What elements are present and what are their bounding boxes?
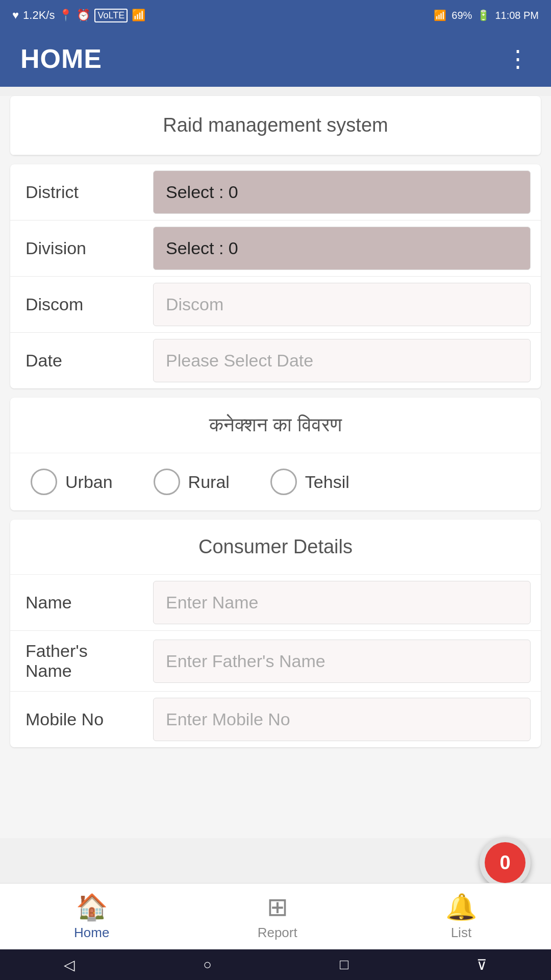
nav-home[interactable]: 🏠 Home (74, 892, 109, 941)
back-button[interactable]: ◁ (64, 957, 75, 973)
volte-icon: VoLTE (94, 9, 128, 22)
district-row: District (10, 164, 541, 220)
home-icon: 🏠 (76, 892, 108, 922)
division-label: Division (10, 228, 153, 268)
report-icon: ⊞ (267, 892, 288, 922)
nav-list-label: List (451, 925, 471, 941)
mobile-input[interactable] (153, 698, 531, 741)
father-name-label: Father's Name (10, 631, 153, 691)
connection-title: कनेक्शन का विवरण (10, 398, 541, 453)
consumer-section: Consumer Details Name Father's Name Mobi… (10, 520, 541, 747)
wifi-icon: 📶 (132, 9, 145, 22)
bell-icon: 🔔 (445, 892, 477, 922)
name-input[interactable] (153, 581, 531, 624)
heart-icon: ♥ (12, 9, 19, 22)
father-name-row: Father's Name (10, 631, 541, 692)
status-left: ♥ 1.2K/s 📍 ⏰ VoLTE 📶 (12, 9, 145, 22)
division-input[interactable] (153, 227, 531, 270)
status-bar: ♥ 1.2K/s 📍 ⏰ VoLTE 📶 📶 69% 🔋 11:08 PM (0, 0, 551, 31)
notification-fab[interactable]: 0 (480, 837, 531, 888)
name-row: Name (10, 575, 541, 631)
tehsil-radio[interactable]: Tehsil (270, 469, 349, 495)
nav-report-label: Report (258, 925, 297, 941)
main-content: Raid management system District Division… (0, 96, 551, 838)
battery-icon: 🔋 (477, 9, 490, 21)
rural-radio-label: Rural (188, 472, 230, 492)
notification-badge: 0 (485, 842, 525, 883)
mobile-row: Mobile No (10, 692, 541, 747)
bottom-nav: 🏠 Home ⊞ Report 🔔 List (0, 883, 551, 949)
division-row: Division (10, 220, 541, 277)
android-nav-bar: ◁ ○ □ ⊽ (0, 949, 551, 980)
date-label: Date (10, 340, 153, 381)
alarm-icon: ⏰ (77, 9, 90, 22)
system-title-card: Raid management system (10, 96, 541, 155)
home-button[interactable]: ○ (203, 957, 212, 973)
name-label: Name (10, 582, 153, 623)
speed-indicator: 1.2K/s (23, 9, 55, 22)
discom-input[interactable] (153, 283, 531, 326)
tehsil-radio-circle (270, 469, 297, 495)
connection-section: कनेक्शन का विवरण Urban Rural Tehsil (10, 398, 541, 510)
district-label: District (10, 172, 153, 212)
location-icon: 📍 (59, 9, 72, 22)
battery-text: 69% (452, 10, 472, 21)
signal-icon: 📶 (434, 9, 446, 21)
discom-label: Discom (10, 284, 153, 325)
connection-type-group: Urban Rural Tehsil (10, 453, 541, 510)
urban-radio[interactable]: Urban (31, 469, 113, 495)
father-name-input[interactable] (153, 640, 531, 683)
nav-list[interactable]: 🔔 List (445, 892, 477, 941)
rural-radio[interactable]: Rural (154, 469, 230, 495)
discom-row: Discom (10, 277, 541, 333)
recents-button[interactable]: □ (340, 957, 348, 973)
urban-radio-circle (31, 469, 57, 495)
urban-radio-label: Urban (65, 472, 113, 492)
page-title: HOME (20, 43, 102, 74)
status-right: 📶 69% 🔋 11:08 PM (434, 9, 539, 21)
menu-button[interactable]: ⋮ (506, 45, 531, 72)
district-input[interactable] (153, 170, 531, 214)
consumer-title: Consumer Details (10, 520, 541, 575)
mobile-label: Mobile No (10, 699, 153, 740)
location-form-card: District Division Discom Date (10, 164, 541, 388)
menu-button-android[interactable]: ⊽ (477, 957, 487, 973)
tehsil-radio-label: Tehsil (305, 472, 349, 492)
system-title: Raid management system (10, 96, 541, 155)
date-input[interactable] (153, 339, 531, 382)
nav-report[interactable]: ⊞ Report (258, 892, 297, 941)
nav-home-label: Home (74, 925, 109, 941)
app-bar: HOME ⋮ (0, 31, 551, 87)
date-row: Date (10, 333, 541, 388)
rural-radio-circle (154, 469, 180, 495)
time-display: 11:08 PM (495, 10, 539, 21)
